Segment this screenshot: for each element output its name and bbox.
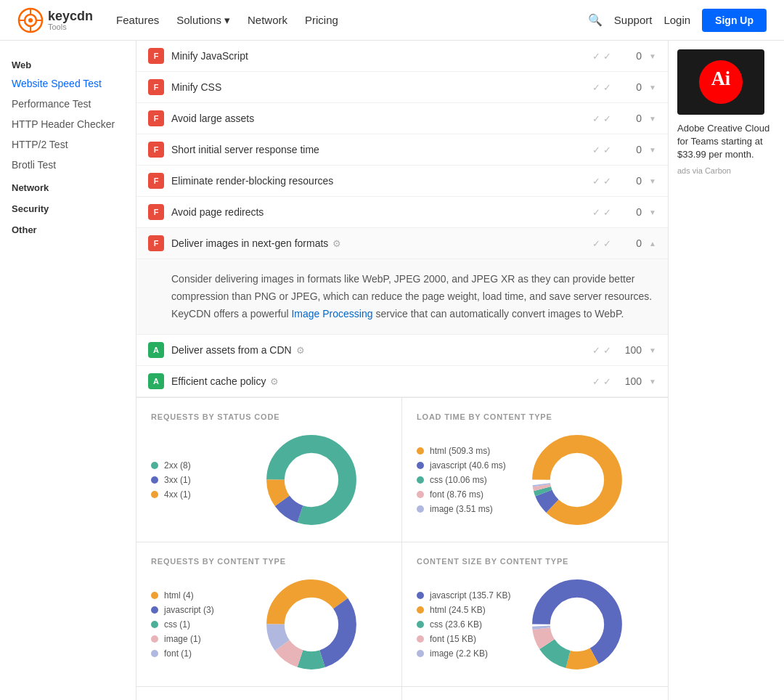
chart-load-time: LOAD TIME BY CONTENT TYPE html (509.3 ms…: [402, 398, 668, 542]
legend-label: javascript (3): [164, 605, 214, 615]
audit-row-page-redirects[interactable]: F Avoid page redirects ✓ ✓ 0: [136, 197, 668, 228]
audit-badge-fail: F: [148, 110, 164, 126]
audit-row-next-gen-formats[interactable]: F Deliver images in next-gen formats ⚙ ✓…: [136, 228, 668, 259]
audit-score: 0: [620, 81, 642, 93]
audit-checks: ✓ ✓: [592, 82, 611, 93]
donut-chart-status: [264, 433, 359, 527]
nav-features[interactable]: Features: [116, 14, 159, 26]
legend-dot: [151, 592, 158, 599]
legend-item: font (15 KB): [417, 634, 518, 644]
legend-dot: [417, 635, 424, 643]
chevron-up-icon: [649, 238, 656, 248]
chevron-down-icon: [649, 145, 656, 155]
legend-label: html (24.5 KB): [430, 605, 486, 615]
chart-title: LOAD TIME BY CONTENT TYPE: [417, 412, 653, 421]
nav-solutions[interactable]: Solutions ▾: [176, 14, 230, 27]
audit-score: 0: [620, 144, 642, 155]
legend-dot: [417, 592, 424, 599]
sidebar-other-label: Other: [0, 217, 136, 238]
legend-item: 3xx (1): [151, 475, 253, 485]
audit-expanded-panel: Consider delivering images in formats li…: [136, 259, 668, 335]
audit-row-minify-css[interactable]: F Minify CSS ✓ ✓ 0: [136, 72, 668, 103]
ad-image[interactable]: Ai: [677, 49, 764, 115]
legend-dot: [417, 476, 424, 484]
login-button[interactable]: Login: [663, 14, 690, 26]
chart-title: REQUESTS BY STATUS CODE: [151, 412, 387, 421]
audit-checks: ✓ ✓: [592, 345, 611, 356]
audit-badge-fail: F: [148, 79, 164, 95]
audit-score: 100: [620, 375, 642, 387]
legend-dot: [417, 462, 424, 469]
audit-checks: ✓ ✓: [592, 376, 611, 387]
audit-badge-pass: A: [148, 342, 164, 358]
chart-content-size-domain: CONTENT SIZE BY DOMAIN: [402, 687, 668, 700]
svg-point-2: [28, 18, 33, 23]
legend-item: css (1): [151, 619, 253, 630]
legend-dot: [417, 650, 424, 657]
legend-label: 3xx (1): [164, 475, 191, 485]
audit-score: 0: [620, 206, 642, 218]
audit-row-render-blocking[interactable]: F Eliminate render-blocking resources ✓ …: [136, 166, 668, 197]
chart-legend: javascript (135.7 KB) html (24.5 KB) css…: [417, 590, 518, 659]
charts-grid: REQUESTS BY STATUS CODE 2xx (8) 3xx (1): [136, 397, 668, 700]
legend-label: font (15 KB): [430, 634, 476, 644]
legend-dot: [417, 621, 424, 628]
legend-item: image (2.2 KB): [417, 648, 518, 659]
audit-row-cache-policy[interactable]: A Efficient cache policy ⚙ ✓ ✓ 100: [136, 366, 668, 397]
legend-dot: [417, 505, 424, 513]
audit-title: Avoid large assets: [171, 113, 592, 124]
main-layout: Web Website Speed Test Performance Test …: [0, 41, 784, 700]
signup-button[interactable]: Sign Up: [702, 9, 767, 32]
audit-row-cdn[interactable]: A Deliver assets from a CDN ⚙ ✓ ✓ 100: [136, 335, 668, 366]
chart-content: html (509.3 ms) javascript (40.6 ms) css…: [417, 433, 653, 527]
sidebar-security-label: Security: [0, 196, 136, 217]
audit-row-server-response[interactable]: F Short initial server response time ✓ ✓…: [136, 134, 668, 166]
legend-item: html (24.5 KB): [417, 605, 518, 615]
image-processing-link[interactable]: Image Processing: [291, 308, 372, 320]
sidebar-item-brotli-test[interactable]: Brotli Test: [0, 155, 136, 175]
legend-item: image (3.51 ms): [417, 504, 518, 514]
legend-dot: [151, 462, 158, 469]
legend-label: font (1): [164, 648, 192, 659]
sidebar-item-http-header-checker[interactable]: HTTP Header Checker: [0, 114, 136, 134]
audit-title: Short initial server response time: [171, 144, 592, 155]
nav-support[interactable]: Support: [614, 14, 653, 26]
audit-title: Minify JavaScript: [171, 50, 592, 62]
audit-row-minify-js[interactable]: F Minify JavaScript ✓ ✓ 0: [136, 41, 668, 72]
legend-item: css (23.6 KB): [417, 619, 518, 630]
legend-label: image (1): [164, 634, 201, 644]
legend-dot: [417, 447, 424, 455]
legend-dot: [151, 650, 158, 657]
nav-network[interactable]: Network: [248, 14, 287, 26]
sidebar-item-http2-test[interactable]: HTTP/2 Test: [0, 134, 136, 155]
logo[interactable]: keycdn Tools: [17, 7, 93, 33]
search-icon[interactable]: 🔍: [588, 13, 603, 27]
info-icon: ⚙: [332, 238, 341, 249]
chart-content-size: CONTENT SIZE BY CONTENT TYPE javascript …: [402, 542, 668, 687]
sidebar-item-performance-test[interactable]: Performance Test: [0, 94, 136, 114]
audit-badge-fail: F: [148, 48, 164, 64]
sidebar-item-website-speed-test[interactable]: Website Speed Test: [0, 73, 136, 94]
legend-label: html (509.3 ms): [430, 446, 490, 456]
legend-item: html (4): [151, 590, 253, 601]
chart-legend: 2xx (8) 3xx (1) 4xx (1): [151, 460, 253, 500]
legend-label: javascript (135.7 KB): [430, 590, 510, 601]
svg-text:Ai: Ai: [711, 68, 730, 89]
audit-checks: ✓ ✓: [592, 113, 611, 124]
audit-row-avoid-large-assets[interactable]: F Avoid large assets ✓ ✓ 0: [136, 103, 668, 134]
svg-point-22: [289, 602, 334, 647]
legend-dot: [151, 491, 158, 498]
audit-score: 0: [620, 113, 642, 124]
legend-label: image (3.51 ms): [430, 504, 493, 514]
legend-label: image (2.2 KB): [430, 648, 488, 659]
legend-dot: [417, 491, 424, 498]
ad-panel: Ai Adobe Creative Cloud for Teams starti…: [668, 41, 784, 700]
legend-label: javascript (40.6 ms): [430, 460, 506, 471]
legend-item: css (10.06 ms): [417, 475, 518, 485]
chevron-down-icon: [649, 207, 656, 217]
audit-score: 100: [620, 344, 642, 356]
legend-label: html (4): [164, 590, 194, 601]
ad-title: Adobe Creative Cloud for Teams starting …: [677, 122, 775, 162]
audit-score: 0: [620, 175, 642, 187]
nav-pricing[interactable]: Pricing: [305, 14, 338, 26]
